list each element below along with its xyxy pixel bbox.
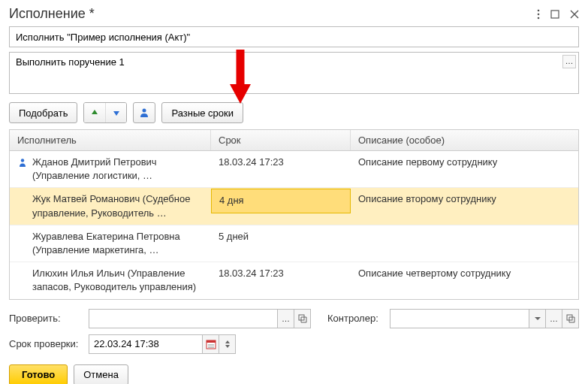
description-cell: Описание первому сотруднику xyxy=(351,151,578,174)
move-up-button[interactable] xyxy=(84,103,105,122)
deadline-cell: 18.03.24 17:23 xyxy=(211,151,351,174)
deadline-cell: 18.03.24 17:23 xyxy=(211,262,351,285)
svg-point-2 xyxy=(538,17,540,19)
close-icon[interactable] xyxy=(570,10,579,19)
table-row[interactable]: Журавлева Екатерина Петровна (Управление… xyxy=(10,225,578,262)
controller-select-button[interactable]: … xyxy=(546,309,562,328)
description-cell: Описание второму сотруднику xyxy=(351,188,578,210)
task-name-input[interactable] xyxy=(9,26,579,47)
different-dates-button[interactable]: Разные сроки xyxy=(161,102,243,123)
pick-button[interactable]: Подобрать xyxy=(9,102,77,123)
executor-name: Жук Матвей Романович (Судебное управлени… xyxy=(32,192,204,219)
controller-label: Контролер: xyxy=(327,313,384,324)
deadline-cell: 4 дня xyxy=(211,189,351,213)
check-deadline-label: Срок проверки: xyxy=(9,338,83,349)
move-up-down-group xyxy=(83,102,127,123)
controller-open-button[interactable] xyxy=(562,309,579,328)
window-title: Исполнение * xyxy=(9,6,95,22)
add-person-button[interactable] xyxy=(133,102,155,123)
executors-table: Исполнитель Срок Описание (особое) Ждано… xyxy=(9,129,579,300)
executor-name: Журавлева Екатерина Петровна (Управление… xyxy=(32,230,204,257)
description-expand-button[interactable]: … xyxy=(562,55,576,68)
more-icon[interactable] xyxy=(537,9,540,20)
check-select-button[interactable]: … xyxy=(278,309,294,328)
check-open-button[interactable] xyxy=(294,309,311,328)
controller-dropdown-button[interactable] xyxy=(529,309,546,328)
table-row[interactable]: Жданов Дмитрий Петрович (Управление логи… xyxy=(10,151,578,188)
svg-point-4 xyxy=(143,109,146,113)
maximize-icon[interactable] xyxy=(550,10,559,19)
svg-rect-3 xyxy=(551,11,559,18)
check-input[interactable] xyxy=(89,309,278,328)
move-down-button[interactable] xyxy=(105,103,126,122)
svg-point-5 xyxy=(21,159,24,162)
cancel-button[interactable]: Отмена xyxy=(74,364,128,385)
th-executor[interactable]: Исполнитель xyxy=(10,130,211,150)
controller-input[interactable] xyxy=(390,309,529,328)
executor-name: Илюхин Илья Ильич (Управление запасов, Р… xyxy=(32,267,204,294)
check-deadline-input[interactable] xyxy=(89,334,203,354)
svg-rect-9 xyxy=(207,340,216,343)
person-icon xyxy=(17,157,28,168)
table-row[interactable]: Илюхин Илья Ильич (Управление запасов, Р… xyxy=(10,262,578,298)
svg-point-1 xyxy=(538,13,540,15)
description-cell: Описание четвертому сотруднику xyxy=(351,262,578,285)
executor-name: Жданов Дмитрий Петрович (Управление логи… xyxy=(32,156,204,183)
deadline-spinner[interactable] xyxy=(219,334,236,354)
done-button[interactable]: Готово xyxy=(9,364,68,385)
th-description[interactable]: Описание (особое) xyxy=(351,130,578,150)
description-input[interactable]: Выполнить поручение 1 xyxy=(9,52,579,94)
deadline-cell: 5 дней xyxy=(211,225,351,248)
th-deadline[interactable]: Срок xyxy=(211,130,351,150)
description-cell xyxy=(351,225,578,234)
svg-point-0 xyxy=(538,9,540,11)
check-label: Проверить: xyxy=(9,313,83,324)
table-row[interactable]: Жук Матвей Романович (Судебное управлени… xyxy=(10,188,578,225)
calendar-button[interactable] xyxy=(203,334,219,354)
